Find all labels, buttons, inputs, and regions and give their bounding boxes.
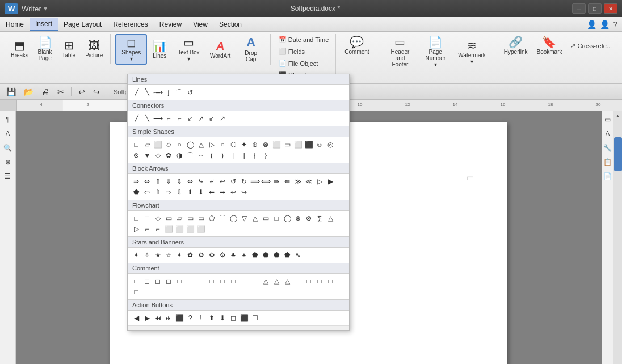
panel-resize-handle[interactable]: ⋯ — [128, 325, 349, 330]
ab-4[interactable]: ⏭ — [163, 313, 174, 323]
cs-r2[interactable]: □ — [314, 276, 325, 286]
picture-button[interactable]: 🖼 Picture — [81, 37, 107, 61]
fc-r6[interactable]: ⌐ — [153, 224, 163, 234]
cs-4[interactable]: ◻ — [163, 276, 174, 286]
ba-r1[interactable]: ⇦ — [142, 187, 152, 197]
ba-r8[interactable]: ➡ — [217, 187, 228, 197]
ba-3[interactable]: ⇑ — [153, 176, 163, 187]
fc-r8[interactable]: ⬜ — [174, 224, 184, 234]
star-11[interactable]: ♠ — [239, 250, 249, 260]
ba-9[interactable]: ↩ — [217, 176, 228, 187]
fc-1[interactable]: □ — [131, 213, 141, 223]
ab-9[interactable]: ⬇ — [217, 313, 228, 323]
shape-line-2[interactable]: ╲ — [142, 87, 152, 98]
cs-1[interactable]: □ — [131, 276, 141, 286]
ss-18[interactable]: ☺ — [314, 139, 325, 150]
ba-2[interactable]: ⇔ — [142, 176, 152, 187]
right-btn-4[interactable]: 📋 — [602, 156, 614, 168]
open-btn[interactable]: 📂 — [21, 86, 36, 98]
star-5[interactable]: ✦ — [174, 250, 184, 260]
ss-7[interactable]: △ — [196, 139, 206, 150]
conn-3[interactable]: ⟶ — [153, 113, 163, 124]
ab-7[interactable]: ! — [196, 313, 206, 323]
ba-5[interactable]: ⇕ — [174, 176, 184, 187]
shape-line-1[interactable]: ╱ — [131, 87, 141, 98]
cs-7[interactable]: □ — [196, 276, 206, 286]
ss-3[interactable]: ⬜ — [153, 139, 163, 150]
print-btn[interactable]: 🖨 — [39, 86, 52, 98]
fc-6[interactable]: ▭ — [185, 213, 195, 223]
ss-13[interactable]: ⊗ — [260, 139, 271, 150]
ss-19[interactable]: ◎ — [325, 139, 335, 150]
ba-15[interactable]: ⇚ — [282, 176, 292, 187]
star-12[interactable]: ⬟ — [250, 250, 260, 260]
format-btn[interactable]: ☰ — [2, 170, 14, 183]
fc-r7[interactable]: ⬜ — [163, 224, 174, 234]
star-14[interactable]: ⬟ — [271, 250, 281, 260]
fc-8[interactable]: ⬠ — [207, 213, 217, 223]
right-btn-1[interactable]: ▭ — [602, 113, 614, 126]
date-time-button[interactable]: 📅 Date and Time — [275, 34, 333, 45]
ba-r9[interactable]: ↩ — [228, 187, 238, 197]
scroll-bar[interactable]: ▲ ⬡ ⬡ ▼ — [613, 111, 622, 364]
ab-11[interactable]: ⬛ — [239, 313, 249, 323]
ba-20[interactable]: ⬟ — [131, 187, 141, 197]
fc-16[interactable]: ⊕ — [293, 213, 303, 223]
fc-14[interactable]: □ — [271, 213, 281, 223]
cs-10[interactable]: □ — [228, 276, 238, 286]
ba-19[interactable]: ▶ — [325, 176, 335, 187]
ab-6[interactable]: ? — [185, 313, 195, 323]
nav-btn[interactable]: ⊕ — [2, 156, 14, 168]
drop-cap-button[interactable]: A Drop Cap — [236, 34, 267, 65]
chart-button[interactable]: 📊 Lines — [148, 38, 171, 61]
ab-10[interactable]: ◻ — [228, 313, 238, 323]
ab-2[interactable]: ▶ — [142, 313, 152, 323]
fc-10[interactable]: ◯ — [228, 213, 238, 223]
cs-14[interactable]: △ — [271, 276, 281, 286]
ss-2[interactable]: ▱ — [142, 139, 152, 150]
file-object-button[interactable]: 📄 File Object — [275, 58, 322, 69]
ss-22[interactable]: ◇ — [153, 150, 163, 160]
cut-btn[interactable]: ✂ — [54, 86, 67, 98]
conn-8[interactable]: ↙ — [207, 113, 217, 124]
find-btn[interactable]: 🔍 — [2, 142, 14, 154]
star-10[interactable]: ♣ — [228, 250, 238, 260]
cs-9[interactable]: □ — [217, 276, 228, 286]
fc-13[interactable]: ▭ — [260, 213, 271, 223]
ss-24[interactable]: ◑ — [174, 150, 184, 160]
ss-23[interactable]: ✿ — [163, 150, 174, 160]
watermark-button[interactable]: ≋ Watermark ▾ — [452, 37, 491, 67]
shape-line-6[interactable]: ↺ — [185, 87, 195, 98]
cs-2[interactable]: ◻ — [142, 276, 152, 286]
menu-view[interactable]: View — [187, 18, 213, 31]
cs-16[interactable]: □ — [293, 276, 303, 286]
ba-18[interactable]: ▷ — [314, 176, 325, 187]
undo-btn[interactable]: ↩ — [75, 86, 88, 98]
fc-11[interactable]: ▽ — [239, 213, 249, 223]
right-btn-2[interactable]: A — [602, 128, 614, 140]
ba-6[interactable]: ⇔ — [185, 176, 195, 187]
style-btn[interactable]: A — [2, 128, 14, 140]
page-number-button[interactable]: 📄 PageNumber ▾ — [419, 34, 451, 70]
ba-8[interactable]: ⤶ — [207, 176, 217, 187]
ss-32[interactable]: } — [260, 150, 271, 160]
cs-6[interactable]: □ — [185, 276, 195, 286]
ab-3[interactable]: ⏮ — [153, 313, 163, 323]
scroll-track[interactable] — [613, 120, 622, 364]
ss-15[interactable]: ▭ — [282, 139, 292, 150]
ss-25[interactable]: ⌒ — [185, 150, 195, 160]
cs-8[interactable]: □ — [207, 276, 217, 286]
ss-20[interactable]: ⊗ — [131, 150, 141, 160]
comment-button[interactable]: 💬 Comment — [341, 34, 373, 57]
scroll-up-btn[interactable]: ▲ — [613, 111, 622, 120]
redo-btn[interactable]: ↪ — [90, 86, 103, 98]
breaks-button[interactable]: ⬒ Breaks — [7, 37, 32, 61]
ss-12[interactable]: ⊕ — [250, 139, 260, 150]
fc-r1[interactable]: ⊗ — [304, 213, 314, 223]
star-4[interactable]: ☆ — [163, 250, 174, 260]
paragraph-mark-btn[interactable]: ¶ — [2, 113, 14, 126]
fc-7[interactable]: ▭ — [196, 213, 206, 223]
ba-14[interactable]: ⇛ — [271, 176, 281, 187]
ba-r3[interactable]: ⇨ — [163, 187, 174, 197]
ss-6[interactable]: ◯ — [185, 139, 195, 150]
